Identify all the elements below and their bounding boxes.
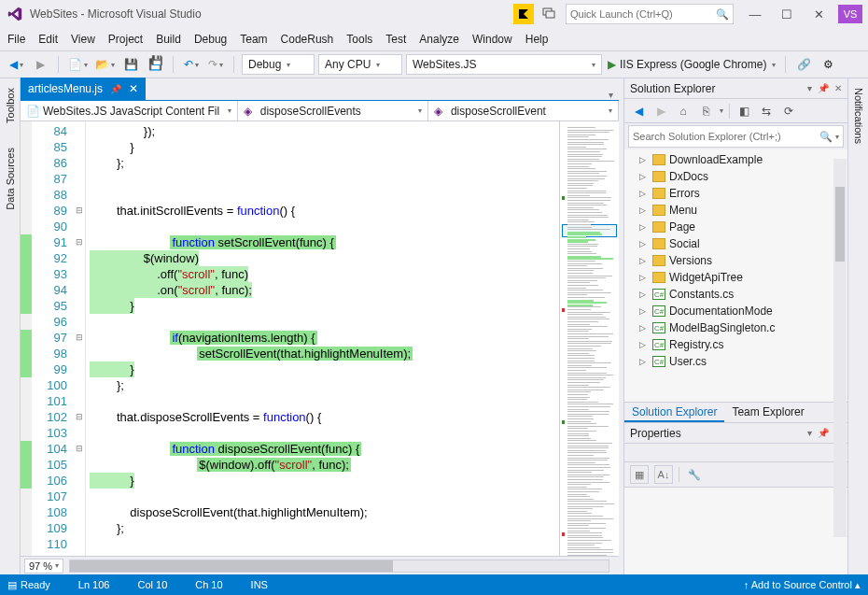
tree-item[interactable]: ▷C#ModelBagSingleton.c (624, 319, 847, 336)
status-ready: ▤Ready (7, 579, 50, 591)
tab-overflow-icon[interactable]: ▾ (609, 90, 613, 100)
feedback-icon[interactable] (538, 4, 560, 24)
save-button[interactable]: 💾 (120, 54, 141, 75)
menu-analyze[interactable]: Analyze (419, 33, 459, 46)
properties-header[interactable]: Properties ▾📌✕ (624, 423, 847, 444)
open-file-button[interactable]: 📂▾ (93, 54, 117, 75)
solution-explorer-header[interactable]: Solution Explorer ▾📌✕ (624, 78, 847, 99)
close-button[interactable]: ✕ (803, 3, 834, 25)
menu-view[interactable]: View (71, 33, 95, 46)
se-sync-button[interactable]: ⎘ (697, 103, 714, 120)
tree-item[interactable]: ▷DxDocs (624, 168, 847, 185)
left-tool-rail: Toolbox Data Sources (0, 78, 21, 574)
code-editor[interactable]: 8485868788899091929394959697989910010110… (21, 121, 559, 556)
menu-build[interactable]: Build (156, 33, 181, 46)
tree-item[interactable]: ▷Menu (624, 202, 847, 219)
search-icon: 🔍 (819, 131, 833, 143)
menu-edit[interactable]: Edit (38, 33, 58, 46)
main-toolbar: ◀▾ ▶ 📄▾ 📂▾ 💾 💾💾 ↶▾ ↷▾ Debug▾ Any CPU▾ We… (0, 50, 868, 78)
document-tab-label: articlesMenu.js (28, 82, 103, 95)
tree-item[interactable]: ▷Social (624, 235, 847, 252)
se-back-button[interactable]: ◀ (630, 103, 647, 120)
quick-launch-input[interactable]: Quick Launch (Ctrl+Q) 🔍 (566, 4, 734, 24)
document-tab-well: articlesMenu.js 📌 ✕ ▾ (21, 78, 619, 101)
solution-explorer-search[interactable]: Search Solution Explorer (Ctrl+;) 🔍 ▾ (628, 125, 844, 148)
autohide-icon[interactable]: 📌 (818, 428, 829, 438)
close-tab-icon[interactable]: ✕ (129, 82, 138, 95)
pin-icon[interactable]: 📌 (110, 84, 121, 94)
alphabetical-button[interactable]: A↓ (654, 465, 673, 484)
nav-forward-button[interactable]: ▶ (30, 54, 50, 75)
tree-item[interactable]: ▷Errors (624, 185, 847, 202)
notifications-tab[interactable]: Notifications (851, 84, 866, 148)
nav-scope-combo[interactable]: 📄 WebSites.JS JavaScript Content Fil ▾ (21, 101, 238, 120)
statusbar: ▤Ready Ln 106 Col 10 Ch 10 INS ↑ Add to … (0, 574, 868, 595)
platform-combo[interactable]: Any CPU▾ (318, 54, 402, 75)
se-forward-button[interactable]: ▶ (652, 103, 669, 120)
solution-tree[interactable]: ▷DownloadExample▷DxDocs▷Errors▷Menu▷Page… (624, 149, 847, 402)
code-text[interactable]: }); } }; that.initScrollEvents = functio… (86, 121, 559, 556)
save-all-button[interactable]: 💾💾 (145, 54, 165, 75)
se-home-button[interactable]: ⌂ (675, 103, 692, 120)
menu-file[interactable]: File (7, 33, 25, 46)
status-ch: Ch 10 (195, 579, 222, 590)
tree-item[interactable]: ▷C#DocumentationMode (624, 303, 847, 319)
menu-coderush[interactable]: CodeRush (281, 33, 334, 46)
startup-combo[interactable]: WebSites.JS▾ (406, 54, 602, 75)
nav-bar: 📄 WebSites.JS JavaScript Content Fil ▾ ◈… (21, 101, 619, 121)
svg-rect-1 (546, 11, 554, 18)
undo-button[interactable]: ↶▾ (181, 54, 202, 75)
se-collapse-button[interactable]: ⇆ (758, 103, 775, 120)
window-position-icon[interactable]: ▾ (807, 83, 812, 93)
se-refresh-button[interactable]: ⟳ (780, 103, 797, 120)
minimize-button[interactable]: — (739, 3, 771, 25)
tree-item[interactable]: ▷C#User.cs (624, 353, 847, 370)
nav-member-combo[interactable]: ◈ disposeScrollEvent ▾ (428, 101, 619, 120)
autohide-icon[interactable]: 📌 (818, 83, 829, 93)
extensions-button[interactable]: ⚙ (818, 54, 838, 75)
tree-item[interactable]: ▷C#Registry.cs (624, 336, 847, 353)
tree-item[interactable]: ▷DownloadExample (624, 151, 847, 168)
quick-launch-placeholder: Quick Launch (Ctrl+Q) (570, 8, 673, 20)
tree-item[interactable]: ▷Versions (624, 252, 847, 269)
horizontal-scrollbar[interactable] (69, 560, 609, 573)
menu-test[interactable]: Test (385, 33, 406, 46)
se-scope-button[interactable]: ◧ (735, 103, 752, 120)
notification-flag-icon[interactable] (513, 4, 534, 24)
code-minimap[interactable] (559, 121, 619, 556)
new-project-button[interactable]: 📄▾ (66, 54, 90, 75)
menu-project[interactable]: Project (108, 33, 143, 46)
property-pages-button[interactable]: 🔧 (685, 465, 704, 484)
toolbox-tab[interactable]: Toolbox (3, 84, 18, 127)
tree-scrollbar[interactable] (833, 159, 847, 537)
tab-team-explorer[interactable]: Team Explorer (724, 403, 811, 422)
menu-debug[interactable]: Debug (194, 33, 227, 46)
method-icon: ◈ (434, 105, 447, 118)
config-combo[interactable]: Debug▾ (242, 54, 315, 75)
redo-button[interactable]: ↷▾ (205, 54, 226, 75)
browser-link-button[interactable]: 🔗 (793, 54, 814, 75)
solution-explorer-toolbar: ◀ ▶ ⌂ ⎘ ▾ ◧ ⇆ ⟳ (624, 99, 847, 123)
maximize-button[interactable]: ☐ (771, 3, 803, 25)
document-tab[interactable]: articlesMenu.js 📌 ✕ (21, 78, 146, 100)
close-panel-icon[interactable]: ✕ (834, 83, 842, 93)
tree-item[interactable]: ▷Page (624, 219, 847, 235)
tree-item[interactable]: ▷C#Constants.cs (624, 286, 847, 303)
account-badge[interactable]: VS (838, 5, 862, 23)
source-control-button[interactable]: ↑ Add to Source Control ▴ (744, 579, 861, 591)
window-position-icon[interactable]: ▾ (807, 428, 812, 438)
folding-margin[interactable]: ⊟⊟⊟⊟⊟⊟⊟ (73, 121, 86, 556)
tree-item[interactable]: ▷WidgetApiTree (624, 269, 847, 286)
nav-type-combo[interactable]: ◈ disposeScrollEvents ▾ (238, 101, 428, 120)
tab-solution-explorer[interactable]: Solution Explorer (624, 403, 724, 422)
data-sources-tab[interactable]: Data Sources (3, 144, 18, 214)
run-button[interactable]: ▶IIS Express (Google Chrome)▾ (606, 54, 777, 75)
nav-back-button[interactable]: ◀▾ (6, 54, 26, 75)
menu-tools[interactable]: Tools (346, 33, 372, 46)
menu-window[interactable]: Window (472, 33, 512, 46)
menu-team[interactable]: Team (240, 33, 267, 46)
categorized-button[interactable]: ▦ (630, 465, 649, 484)
zoom-combo[interactable]: 97 %▾ (24, 559, 63, 574)
right-panel: Solution Explorer ▾📌✕ ◀ ▶ ⌂ ⎘ ▾ ◧ ⇆ ⟳ Se… (623, 78, 847, 574)
menu-help[interactable]: Help (525, 33, 549, 46)
